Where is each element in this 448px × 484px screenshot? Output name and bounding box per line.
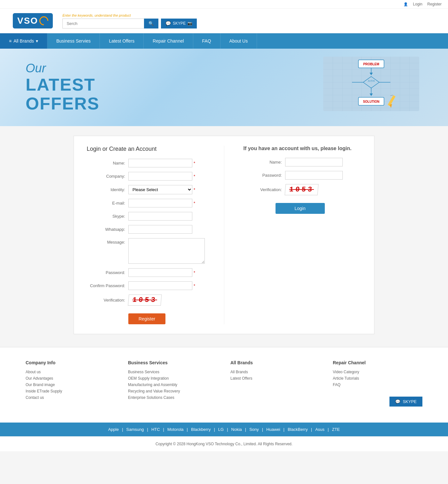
search-input[interactable]	[62, 19, 144, 28]
footer-repair-channel: Repair Channel Video Category Article Tu…	[333, 360, 422, 407]
skype-icon: 💬	[165, 21, 171, 26]
bottom-link-blackberry2[interactable]: BlackBerry	[288, 427, 308, 432]
footer-all-brands-link[interactable]: All Brands	[230, 370, 320, 374]
email-field[interactable]	[128, 199, 192, 207]
password-label: Password:	[87, 270, 128, 275]
footer-repair-title: Repair Channel	[333, 360, 422, 365]
register-captcha: 1053	[128, 294, 162, 306]
footer-our-advantages[interactable]: Our Advantages	[26, 376, 115, 381]
login-password-label: Password:	[244, 173, 285, 178]
footer-our-brand-image[interactable]: Our Brand image	[26, 383, 115, 387]
bottom-link-lg[interactable]: LG	[218, 427, 224, 432]
password-row: Password: *	[87, 268, 205, 277]
confirm-password-row: Confirm Password: *	[87, 281, 205, 290]
search-area: Enter the keywords, understand the produ…	[62, 13, 197, 28]
footer-company-info: Company Info About us Our Advantages Our…	[26, 360, 115, 407]
nav-item-business-services[interactable]: Business Servies	[47, 33, 100, 49]
skype-label: Skype:	[87, 214, 128, 219]
footer-business-link[interactable]: Business Services	[128, 370, 218, 374]
message-row: Message:	[87, 238, 205, 264]
footer-inside-etrade[interactable]: Inside ETrade Supply	[26, 389, 115, 393]
nav-item-latest-offers[interactable]: Latest Offers	[100, 33, 144, 49]
bottom-link-huawei[interactable]: Huawei	[266, 427, 280, 432]
nav-item-about-us[interactable]: About Us	[220, 33, 257, 49]
search-icon: 🔍	[148, 21, 154, 26]
login-name-field[interactable]	[285, 158, 343, 166]
identity-select[interactable]: Please Select Retailer Wholesaler Manufa…	[128, 185, 192, 194]
company-field[interactable]	[128, 172, 192, 181]
footer-latest-offers-link[interactable]: Latest Offers	[230, 376, 320, 381]
nav-item-repair-channel[interactable]: Repair Channel	[144, 33, 193, 49]
whatsapp-row: Whatsapp:	[87, 225, 205, 234]
main-content: Login or Create an Account Name: * Compa…	[74, 136, 374, 334]
login-password-field[interactable]	[285, 171, 343, 180]
copyright: Copyright © 2028 HongKong VSO Technology…	[0, 436, 448, 451]
register-button[interactable]: Register	[128, 313, 165, 324]
footer-all-brands: All Brands All Brands Latest Offers	[230, 360, 320, 407]
skype-row: Skype:	[87, 212, 205, 221]
identity-label: Identity:	[87, 187, 128, 192]
user-icon: 👤	[404, 2, 408, 6]
footer-manufacturing-link[interactable]: Manufacturing and Assembly	[128, 383, 218, 387]
footer-business-title: Business Services	[128, 360, 218, 365]
bottom-link-samsung[interactable]: Samsung	[126, 427, 144, 432]
footer-faq-link[interactable]: FAQ	[333, 383, 422, 387]
skype-label: SKYPE	[173, 21, 186, 26]
login-link[interactable]: Login	[413, 2, 422, 6]
nav-item-all-brands[interactable]: ≡ All Brands ▾	[0, 33, 47, 49]
footer-skype-button[interactable]: 💬 SKYPE	[389, 397, 422, 407]
confirm-required: *	[194, 283, 195, 288]
nav-item-faq[interactable]: FAQ	[193, 33, 220, 49]
login-section-title: If you have an account with us, please l…	[244, 146, 362, 151]
message-textarea[interactable]	[128, 238, 205, 264]
logo-text: VSO	[17, 16, 38, 26]
login-captcha: 1053	[284, 184, 318, 195]
footer-business-services: Business Services Business Services OEM …	[128, 360, 218, 407]
bottom-link-zte[interactable]: ZTE	[332, 427, 340, 432]
whatsapp-field[interactable]	[128, 225, 192, 234]
search-button[interactable]: 🔍	[144, 19, 158, 28]
skype-field[interactable]	[128, 212, 192, 221]
confirm-password-field[interactable]	[128, 281, 192, 290]
footer-video-category[interactable]: Video Category	[333, 370, 422, 374]
banner-graphic: PROBLEM JU∓A SOLUTION	[320, 55, 422, 113]
footer-links-bar: Apple | Samsung | HTC | Motorola | Black…	[0, 423, 448, 436]
footer-oem-link[interactable]: OEM Supply Integration	[128, 376, 218, 381]
form-divider	[224, 146, 224, 324]
banner: Our LATEST OFFERS	[0, 49, 448, 126]
login-captcha-row: Verification: 1053	[244, 184, 362, 195]
bottom-link-sony[interactable]: Sony	[249, 427, 259, 432]
footer-recycling-link[interactable]: Recycling and Value Recovery	[128, 389, 218, 393]
register-form-section: Login or Create an Account Name: * Compa…	[87, 146, 205, 324]
email-label: E-mail:	[87, 201, 128, 206]
register-form-title: Login or Create an Account	[87, 146, 205, 152]
svg-text:PROBLEM: PROBLEM	[363, 62, 379, 66]
bottom-link-motorola[interactable]: Motorola	[167, 427, 184, 432]
footer-about-us[interactable]: About us	[26, 370, 115, 374]
bottom-link-blackberry[interactable]: Blackberry	[191, 427, 211, 432]
banner-offers: OFFERS	[26, 94, 100, 113]
bottom-link-asus[interactable]: Asus	[315, 427, 324, 432]
footer-enterprise-link[interactable]: Enterprise Solutions Cases	[128, 395, 218, 400]
name-field[interactable]	[128, 159, 192, 167]
skype-header-button[interactable]: 💬 SKYPE 📷	[161, 19, 197, 28]
footer-skype-icon: 💬	[395, 399, 400, 404]
copyright-text: Copyright © 2028 HongKong VSO Technology…	[156, 442, 292, 446]
login-button[interactable]: Login	[276, 203, 325, 214]
top-bar: 👤 Login Register	[0, 0, 448, 9]
company-required: *	[194, 174, 195, 179]
company-row: Company: *	[87, 172, 205, 181]
bottom-link-nokia[interactable]: Nokia	[231, 427, 242, 432]
search-hint: Enter the keywords, understand the produ…	[62, 13, 197, 17]
bottom-link-htc[interactable]: HTC	[151, 427, 160, 432]
password-field[interactable]	[128, 268, 192, 277]
footer-article-tutorials[interactable]: Article Tutorials	[333, 376, 422, 381]
register-link[interactable]: Register	[427, 2, 442, 6]
banner-text: Our LATEST OFFERS	[26, 61, 100, 113]
logo[interactable]: VSO	[13, 13, 53, 28]
login-btn-row: Login	[244, 200, 362, 214]
svg-text:JU∓A: JU∓A	[368, 79, 375, 82]
bottom-link-apple[interactable]: Apple	[108, 427, 119, 432]
footer-contact-us[interactable]: Contact us	[26, 395, 115, 400]
login-name-row: Name:	[244, 158, 362, 166]
